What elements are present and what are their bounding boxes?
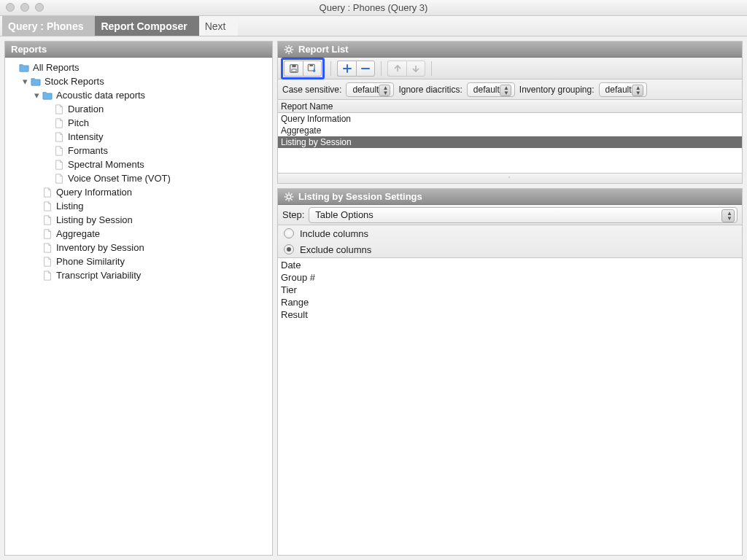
table-row[interactable]: Aggregate	[278, 125, 742, 136]
tree-item-label: Listing	[56, 201, 84, 211]
tree-item-stock-reports[interactable]: ▾ Stock Reports	[5, 74, 272, 88]
tree-item-label: Stock Reports	[44, 76, 104, 87]
chevron-updown-icon: ▲▼	[382, 85, 388, 96]
case-sensitive-select[interactable]: default ▲▼	[346, 82, 394, 97]
tree-item[interactable]: ▸Listing	[5, 199, 272, 213]
reports-panel: Reports ▸ All Reports ▾	[4, 41, 273, 556]
tree-item-label: Formants	[68, 145, 108, 156]
tree-item[interactable]: ▸Listing by Session	[5, 213, 272, 227]
include-columns-radio[interactable]: Include columns	[278, 225, 742, 241]
window-title: Query : Phones (Query 3)	[320, 2, 428, 13]
save-with-arrow-button[interactable]	[303, 61, 322, 77]
window-close-button[interactable]	[6, 3, 15, 12]
svg-line-5	[285, 46, 287, 47]
radio-icon	[284, 228, 294, 238]
reports-panel-header: Reports	[5, 42, 272, 58]
table-row[interactable]: Listing by Session	[278, 136, 742, 148]
exclude-columns-radio[interactable]: Exclude columns	[278, 241, 742, 257]
tree-item-all-reports[interactable]: ▸ All Reports	[5, 61, 272, 74]
tree-item-label: Acoustic data reports	[56, 90, 145, 101]
tree-item[interactable]: ▸Phone Similarity	[5, 254, 272, 268]
tree-item[interactable]: ▸Intensity	[5, 130, 272, 144]
svg-line-21	[285, 198, 287, 200]
tree-item-label: Aggregate	[56, 228, 100, 239]
tree-item[interactable]: ▸Duration	[5, 102, 272, 116]
svg-line-19	[285, 193, 287, 195]
select-value: default	[473, 85, 500, 95]
tree-item[interactable]: ▸Aggregate	[5, 227, 272, 241]
settings-panel-title: Listing by Session Settings	[298, 191, 422, 202]
list-item[interactable]: Tier	[281, 284, 739, 297]
file-icon	[53, 104, 65, 114]
remove-report-button[interactable]	[356, 61, 375, 77]
tree-item-label: Intensity	[68, 131, 103, 142]
window-minimize-button[interactable]	[20, 3, 29, 12]
select-value: Table Options	[315, 209, 374, 220]
file-icon	[53, 118, 65, 128]
move-down-button[interactable]	[406, 61, 425, 77]
tree-item[interactable]: ▸Voice Onset Time (VOT)	[5, 171, 272, 185]
file-icon	[53, 174, 65, 184]
report-list-toolbar	[278, 58, 742, 79]
svg-line-20	[291, 198, 293, 200]
tree-item[interactable]: ▸Formants	[5, 144, 272, 158]
breadcrumb-query[interactable]: Query : Phones	[2, 16, 95, 36]
tree-item-label: Voice Onset Time (VOT)	[68, 173, 171, 184]
ignore-diacritics-label: Ignore diacritics:	[398, 85, 462, 95]
chevron-updown-icon: ▲▼	[727, 211, 732, 221]
table-row[interactable]: Query Information	[278, 113, 742, 125]
settings-panel-header: Listing by Session Settings	[278, 189, 742, 205]
svg-point-0	[287, 47, 291, 52]
move-up-button[interactable]	[387, 61, 406, 77]
tree-item-label: All Reports	[33, 62, 80, 73]
reports-tree[interactable]: ▸ All Reports ▾	[5, 58, 272, 555]
tree-item[interactable]: ▸Spectral Moments	[5, 158, 272, 171]
breadcrumb-next-label: Next	[205, 20, 226, 32]
file-icon	[53, 146, 65, 156]
add-report-button[interactable]	[337, 61, 356, 77]
tree-item[interactable]: ▸Inventory by Session	[5, 241, 272, 254]
file-icon	[42, 257, 53, 267]
split-pane-grip[interactable]: ◦	[278, 173, 742, 183]
tree-item[interactable]: ▸Pitch	[5, 116, 272, 130]
svg-rect-10	[292, 64, 295, 67]
list-item[interactable]: Range	[281, 297, 739, 309]
list-item[interactable]: Group #	[281, 272, 739, 284]
ignore-diacritics-select[interactable]: default ▲▼	[467, 82, 515, 97]
folder-icon	[42, 90, 53, 101]
highlighted-save-group	[281, 58, 325, 79]
window-zoom-button[interactable]	[35, 3, 44, 12]
tree-item-label: Pitch	[68, 117, 89, 128]
list-item[interactable]: Result	[281, 309, 739, 322]
breadcrumb-query-label: Query : Phones	[8, 20, 83, 32]
file-icon	[42, 243, 53, 253]
chevron-down-icon[interactable]: ▾	[20, 76, 30, 87]
tree-item[interactable]: ▸Query Information	[5, 185, 272, 199]
tree-item-label: Query Information	[56, 187, 132, 198]
tree-item-acoustic[interactable]: ▾ Acoustic data reports	[5, 88, 272, 102]
column-header-label: Report Name	[281, 101, 333, 112]
chevron-down-icon[interactable]: ▾	[31, 90, 42, 101]
step-select[interactable]: Table Options ▲▼	[309, 207, 738, 223]
report-table-header[interactable]: Report Name	[278, 100, 742, 113]
radio-label: Include columns	[300, 228, 368, 239]
tree-item-label: Duration	[68, 104, 104, 114]
inventory-grouping-select[interactable]: default ▲▼	[599, 82, 647, 97]
report-list-panel: Report List	[277, 41, 743, 184]
save-button[interactable]	[284, 61, 303, 77]
report-list-header: Report List	[278, 42, 742, 58]
tree-item[interactable]: ▸Transcript Variability	[5, 268, 272, 282]
step-row: Step: Table Options ▲▼	[278, 205, 742, 225]
tree-item-label: Listing by Session	[56, 214, 133, 225]
radio-label: Exclude columns	[300, 244, 371, 255]
file-icon	[42, 201, 53, 211]
folder-icon	[30, 77, 42, 87]
columns-list[interactable]: DateGroup #TierRangeResult	[278, 258, 742, 555]
list-item[interactable]: Date	[281, 260, 739, 272]
breadcrumb-report-composer[interactable]: Report Composer	[86, 16, 198, 36]
chevron-updown-icon: ▲▼	[503, 85, 509, 96]
svg-line-22	[291, 193, 293, 195]
file-icon	[53, 160, 65, 170]
step-label: Step:	[282, 209, 304, 220]
gear-icon	[284, 192, 294, 202]
